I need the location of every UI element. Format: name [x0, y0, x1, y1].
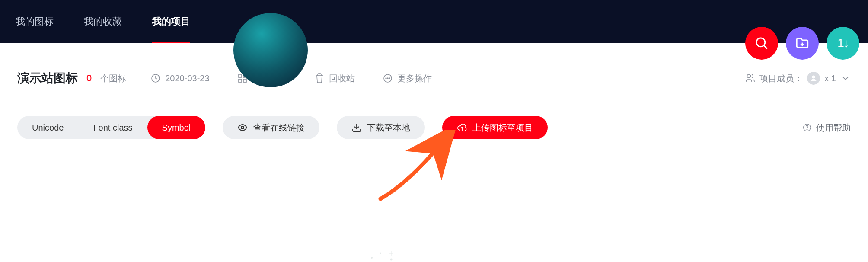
chevron-down-icon	[840, 73, 851, 83]
mode-fontclass[interactable]: Font class	[78, 116, 147, 139]
floating-actions: 1↓	[745, 27, 859, 60]
project-header: 演示站图标 0 个图标 2020-03-23 批量操作 回收站 更多操作 项目成…	[0, 43, 868, 86]
new-project-button[interactable]	[786, 27, 819, 60]
top-nav: 我的图标 我的收藏 我的项目 1↓	[0, 0, 868, 43]
search-icon	[754, 36, 769, 51]
trash-icon	[314, 73, 325, 83]
members-count: x 1	[824, 73, 836, 83]
icon-count-label: 个图标	[100, 73, 126, 84]
action-row: Unicode Font class Symbol 查看在线链接 下载至本地 上…	[0, 86, 868, 139]
annotation-arrow	[376, 130, 463, 203]
svg-point-21	[380, 253, 381, 254]
svg-point-10	[386, 78, 386, 79]
eye-icon	[237, 122, 248, 133]
svg-point-14	[812, 76, 815, 78]
help-link[interactable]: 使用帮助	[802, 122, 851, 134]
more-op-label: 更多操作	[397, 73, 432, 84]
more-icon	[383, 73, 393, 83]
download-local-button[interactable]: 下载至本地	[337, 116, 425, 139]
recycle-label: 回收站	[329, 73, 355, 84]
dots-decoration	[367, 245, 419, 262]
project-date: 2020-03-23	[150, 73, 209, 83]
tab-my-icons[interactable]: 我的图标	[16, 0, 54, 43]
upload-to-project-button[interactable]: 上传图标至项目	[442, 116, 548, 139]
svg-line-1	[764, 45, 767, 49]
members-icon	[745, 73, 755, 83]
more-operations[interactable]: 更多操作	[383, 73, 432, 84]
svg-point-0	[756, 38, 765, 47]
svg-point-22	[390, 259, 393, 261]
svg-point-12	[389, 78, 390, 79]
person-icon	[810, 74, 817, 82]
avatar-text: 1↓	[837, 36, 849, 50]
member-avatar	[807, 72, 820, 85]
user-avatar-button[interactable]: 1↓	[827, 27, 859, 60]
help-label: 使用帮助	[816, 122, 851, 134]
help-icon	[802, 123, 812, 132]
project-members[interactable]: 项目成员： x 1	[745, 72, 851, 85]
mode-symbol[interactable]: Symbol	[147, 116, 206, 139]
svg-rect-7	[239, 79, 242, 82]
svg-rect-5	[239, 74, 242, 77]
download-icon	[351, 122, 362, 133]
mode-segment: Unicode Font class Symbol	[17, 116, 205, 139]
svg-rect-8	[243, 79, 246, 82]
tab-my-favorites[interactable]: 我的收藏	[84, 0, 122, 43]
mode-unicode[interactable]: Unicode	[17, 116, 78, 139]
tab-my-projects[interactable]: 我的项目	[152, 0, 190, 43]
download-label: 下载至本地	[367, 122, 410, 134]
upload-label: 上传图标至项目	[472, 122, 533, 134]
clock-icon	[150, 73, 161, 83]
top-nav-tabs: 我的图标 我的收藏 我的项目	[16, 0, 190, 43]
search-button[interactable]	[745, 27, 778, 60]
view-online-label: 查看在线链接	[253, 122, 305, 134]
view-online-link-button[interactable]: 查看在线链接	[223, 116, 319, 139]
planet-decoration	[233, 13, 308, 87]
folder-plus-icon	[795, 36, 810, 51]
cloud-upload-icon	[457, 122, 467, 133]
svg-point-15	[241, 126, 244, 129]
date-text: 2020-03-23	[165, 73, 209, 83]
icon-count: 0	[86, 73, 92, 84]
project-title: 演示站图标	[17, 70, 78, 86]
svg-point-19	[807, 129, 807, 130]
svg-point-11	[387, 78, 388, 79]
svg-point-20	[371, 257, 373, 259]
members-label: 项目成员：	[760, 73, 803, 84]
svg-point-13	[747, 74, 751, 78]
recycle-bin[interactable]: 回收站	[314, 73, 355, 84]
